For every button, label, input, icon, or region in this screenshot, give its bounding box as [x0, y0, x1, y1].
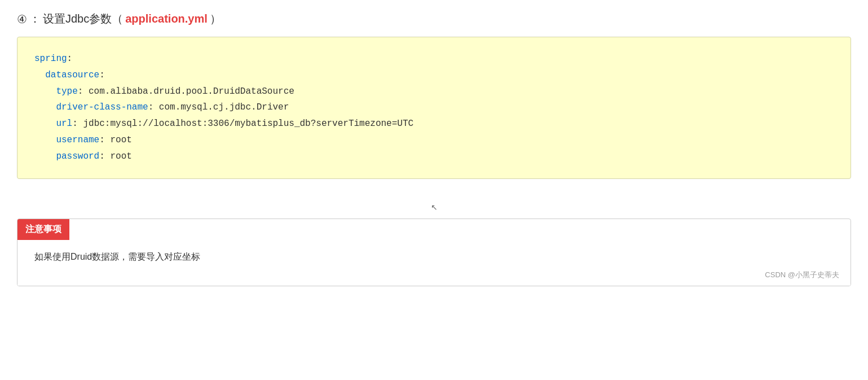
notice-header-wrapper: 注意事项 — [17, 219, 851, 240]
code-line-1: spring: — [34, 51, 834, 67]
notice-header-label: 注意事项 — [17, 219, 69, 240]
code-line-2: datasource: — [34, 67, 834, 84]
code-line-6: username: root — [34, 132, 834, 148]
code-key-type: type — [56, 86, 77, 97]
code-line-3: type: com.alibaba.druid.pool.DruidDataSo… — [34, 84, 834, 100]
step-number: ④ — [17, 12, 27, 26]
cursor-area: ↖ — [17, 196, 851, 219]
code-key-password: password — [56, 151, 99, 161]
code-line-5: url: jdbc:mysql://localhost:3306/mybatis… — [34, 116, 834, 132]
code-key-datasource: datasource — [45, 70, 99, 80]
code-key-spring: spring — [34, 54, 67, 64]
title-suffix: ） — [210, 11, 221, 27]
code-key-driver: driver-class-name — [56, 102, 148, 112]
title-highlight: application.yml — [125, 12, 208, 25]
code-value-driver: com.mysql.cj.jdbc.Driver — [159, 102, 289, 112]
code-line-7: password: root — [34, 148, 834, 165]
title-colon: ： — [29, 11, 41, 27]
code-key-username: username — [56, 135, 99, 145]
code-key-url: url — [56, 119, 72, 129]
notice-text: 如果使用Druid数据源，需要导入对应坐标 — [34, 252, 200, 261]
code-value-username: root — [110, 135, 131, 145]
code-block: spring: datasource: type: com.alibaba.dr… — [17, 37, 851, 179]
notice-box: 注意事项 如果使用Druid数据源，需要导入对应坐标 CSDN @小黑子史蒂夫 — [17, 219, 851, 286]
notice-body: 如果使用Druid数据源，需要导入对应坐标 CSDN @小黑子史蒂夫 — [17, 240, 851, 286]
code-value-type: com.alibaba.druid.pool.DruidDataSource — [89, 86, 294, 97]
csdn-watermark: CSDN @小黑子史蒂夫 — [765, 270, 839, 280]
code-value-url: jdbc:mysql://localhost:3306/mybatisplus_… — [83, 119, 413, 129]
page-title: ④ ： 设置Jdbc参数（ application.yml ） — [17, 11, 851, 27]
cursor-indicator: ↖ — [431, 203, 438, 212]
code-value-password: root — [110, 151, 131, 161]
code-line-4: driver-class-name: com.mysql.cj.jdbc.Dri… — [34, 99, 834, 116]
title-prefix: 设置Jdbc参数（ — [43, 11, 123, 27]
